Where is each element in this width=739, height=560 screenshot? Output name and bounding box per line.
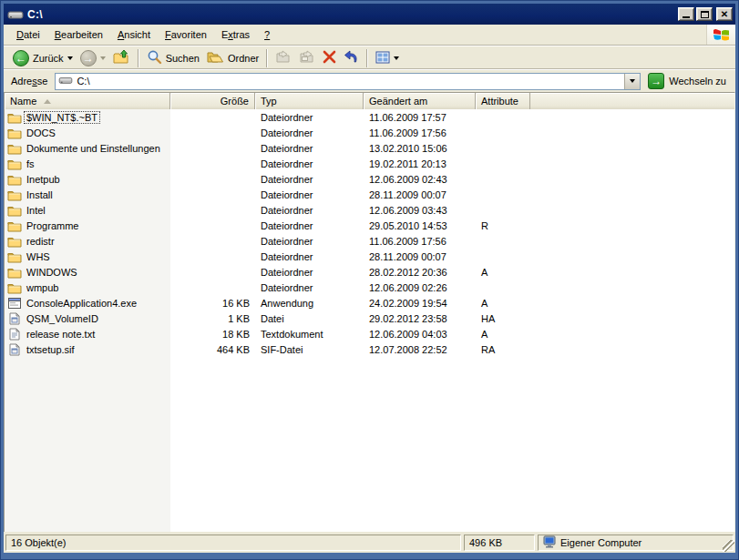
table-row[interactable]: release note.txt18 KBTextdokument12.06.2…: [5, 326, 734, 341]
folders-button[interactable]: Ordner: [203, 48, 262, 67]
table-row[interactable]: IntelDateiordner12.06.2009 03:43: [5, 202, 734, 218]
back-button[interactable]: ← Zurück: [9, 48, 77, 68]
file-modified-cell: 19.02.2011 20:13: [364, 158, 476, 169]
file-name-cell: Programme: [5, 219, 170, 232]
folder-icon: [7, 250, 22, 263]
undo-button[interactable]: [340, 48, 363, 68]
close-button[interactable]: ✕: [716, 7, 733, 21]
file-type-cell: Dateiordner: [255, 282, 364, 293]
table-row[interactable]: fsDateiordner19.02.2011 20:13: [5, 156, 734, 171]
copy-to-icon: [299, 50, 315, 66]
file-name[interactable]: WHS: [25, 251, 52, 262]
address-dropdown-button[interactable]: [624, 74, 640, 89]
minimize-button[interactable]: [678, 7, 694, 21]
forward-icon: →: [80, 50, 97, 66]
title-bar[interactable]: C:\ ✕: [4, 4, 735, 25]
menu-item-bearbeiten[interactable]: Bearbeiten: [47, 26, 110, 43]
file-name[interactable]: wmpub: [25, 282, 60, 293]
toolbar-separator: [366, 49, 368, 67]
column-header-type[interactable]: Typ: [255, 93, 364, 109]
table-row[interactable]: WHSDateiordner28.11.2009 00:07: [5, 249, 734, 264]
file-type-cell: Dateiordner: [255, 236, 364, 247]
menu-item-hilfe[interactable]: ?: [257, 26, 277, 43]
file-name[interactable]: Install: [25, 189, 55, 200]
file-name[interactable]: redistr: [25, 236, 56, 247]
table-row[interactable]: DOCSDateiordner11.06.2009 17:56: [5, 125, 734, 140]
file-list: NameGrößeTypGeändert amAttribute $WIN_NT…: [4, 92, 735, 553]
menu-item-datei[interactable]: Datei: [9, 26, 47, 43]
folder-icon: [7, 188, 22, 201]
text-file-icon: [7, 328, 22, 341]
search-button[interactable]: Suchen: [143, 47, 203, 68]
file-name[interactable]: DOCS: [25, 127, 57, 138]
file-modified-cell: 12.06.2009 02:43: [364, 174, 476, 185]
file-name[interactable]: txtsetup.sif: [25, 344, 77, 355]
status-bar: 16 Objekt(e) 496 KB Eigener Computer: [4, 532, 735, 553]
resize-grip[interactable]: [723, 540, 734, 552]
file-name[interactable]: $WIN_NT$.~BT: [25, 112, 99, 123]
file-type-cell: Dateiordner: [255, 127, 364, 138]
status-zone-label: Eigener Computer: [560, 537, 641, 548]
file-name[interactable]: ConsoleApplication4.exe: [25, 298, 139, 309]
table-row[interactable]: QSM_VolumeID1 KBDatei29.02.2012 23:58HA: [5, 311, 734, 326]
column-header-attributes[interactable]: Attribute: [476, 93, 530, 109]
address-bar: Adresse C:\ → Wechseln zu: [4, 69, 735, 92]
file-type-cell: Dateiordner: [255, 251, 364, 262]
file-name-cell: release note.txt: [5, 328, 170, 341]
file-name[interactable]: QSM_VolumeID: [25, 313, 100, 324]
file-name[interactable]: Intel: [25, 205, 47, 216]
menu-bar: DateiBearbeitenAnsichtFavoritenExtras?: [4, 25, 735, 46]
views-button[interactable]: [372, 49, 403, 67]
file-name[interactable]: release note.txt: [25, 329, 97, 340]
column-headers: NameGrößeTypGeändert amAttribute: [5, 93, 734, 109]
column-label: Name: [10, 96, 36, 107]
file-name[interactable]: Dokumente und Einstellungen: [25, 143, 162, 154]
file-type-cell: Dateiordner: [255, 143, 364, 154]
drive-icon: [7, 8, 24, 21]
go-button[interactable]: → Wechseln zu: [644, 72, 732, 90]
column-header-name[interactable]: Name: [5, 93, 170, 109]
table-row[interactable]: WINDOWSDateiordner28.02.2012 20:36A: [5, 264, 734, 280]
file-modified-cell: 12.06.2009 04:03: [364, 329, 476, 340]
menu-item-favoriten[interactable]: Favoriten: [158, 26, 214, 43]
table-row[interactable]: wmpubDateiordner12.06.2009 02:26: [5, 280, 734, 295]
file-size-cell: 1 KB: [170, 313, 255, 324]
column-header-modified[interactable]: Geändert am: [364, 93, 476, 109]
table-row[interactable]: InstallDateiordner28.11.2009 00:07: [5, 187, 734, 202]
toolbar-separator: [266, 49, 268, 67]
toolbar-separator: [138, 49, 139, 67]
column-label: Geändert am: [369, 96, 427, 107]
menu-item-extras[interactable]: Extras: [214, 26, 257, 43]
delete-button[interactable]: [319, 48, 340, 67]
table-row[interactable]: $WIN_NT$.~BTDateiordner11.06.2009 17:57: [5, 109, 734, 125]
column-label: Typ: [261, 96, 277, 107]
move-to-button[interactable]: [272, 48, 295, 67]
file-name[interactable]: Programme: [25, 220, 80, 231]
file-modified-cell: 28.02.2012 20:36: [364, 267, 476, 278]
file-modified-cell: 12.06.2009 03:43: [364, 205, 476, 216]
file-name-cell: QSM_VolumeID: [5, 312, 170, 325]
status-zone: Eigener Computer: [538, 535, 734, 551]
table-row[interactable]: ConsoleApplication4.exe16 KBAnwendung24.…: [5, 295, 734, 311]
maximize-button[interactable]: [696, 7, 713, 21]
up-button[interactable]: [109, 47, 134, 68]
file-attributes-cell: A: [476, 298, 530, 309]
table-row[interactable]: Dokumente und EinstellungenDateiordner13…: [5, 140, 734, 156]
table-row[interactable]: ProgrammeDateiordner29.05.2010 14:53R: [5, 218, 734, 233]
table-row[interactable]: txtsetup.sif464 KBSIF-Datei12.07.2008 22…: [5, 341, 734, 357]
menu-item-ansicht[interactable]: Ansicht: [110, 26, 158, 43]
column-header-size[interactable]: Größe: [170, 93, 255, 109]
file-name[interactable]: Inetpub: [25, 174, 62, 185]
file-name[interactable]: fs: [25, 158, 36, 169]
file-name-cell: WHS: [5, 250, 170, 263]
file-name[interactable]: WINDOWS: [25, 267, 79, 278]
address-input[interactable]: C:\: [55, 73, 641, 90]
application-icon: [7, 297, 22, 310]
file-modified-cell: 11.06.2009 17:56: [364, 236, 476, 247]
copy-to-button[interactable]: [295, 48, 319, 67]
file-modified-cell: 28.11.2009 00:07: [364, 251, 476, 262]
forward-button[interactable]: →: [77, 48, 109, 68]
views-icon: [375, 51, 390, 66]
table-row[interactable]: InetpubDateiordner12.06.2009 02:43: [5, 171, 734, 187]
table-row[interactable]: redistrDateiordner11.06.2009 17:56: [5, 233, 734, 249]
